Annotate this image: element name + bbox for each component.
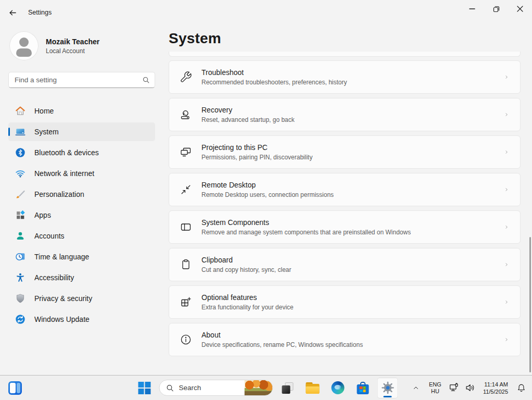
taskbar-search[interactable]: Search xyxy=(159,380,273,396)
task-view-button[interactable] xyxy=(277,378,298,398)
card-recovery[interactable]: Recovery Reset, advanced startup, go bac… xyxy=(169,98,521,131)
card-description: Remove and manage system components that… xyxy=(201,229,504,236)
restore-button[interactable] xyxy=(484,0,508,18)
sidebar-item-network-internet[interactable]: Network & internet xyxy=(8,164,155,183)
window-title: Settings xyxy=(28,9,52,16)
sidebar-item-label: Home xyxy=(34,107,54,115)
chevron-up-icon xyxy=(412,384,420,392)
settings-card-list: Troubleshoot Recommended troubleshooters… xyxy=(169,52,521,360)
back-button[interactable] xyxy=(4,5,21,20)
sidebar: Mozaik Teacher Local Account Home System xyxy=(0,25,163,375)
card-troubleshoot[interactable]: Troubleshoot Recommended troubleshooters… xyxy=(169,60,521,94)
find-setting-input[interactable] xyxy=(8,72,155,88)
language-line2: HU xyxy=(431,388,439,394)
card-projecting[interactable]: Projecting to this PC Permissions, pairi… xyxy=(169,135,521,169)
search-icon xyxy=(142,76,150,84)
chevron-right-icon xyxy=(504,298,512,306)
clipboard-icon xyxy=(180,258,192,271)
sidebar-item-apps[interactable]: Apps xyxy=(8,206,155,224)
card-title: About xyxy=(201,331,504,339)
system-tray: ENG HU 11:14 AM 11/5/2025 xyxy=(409,376,529,400)
sidebar-item-label: Bluetooth & devices xyxy=(34,148,99,157)
partial-card-above[interactable] xyxy=(169,52,521,57)
profile-account-type: Local Account xyxy=(46,47,99,55)
clock-icon xyxy=(15,251,26,262)
sidebar-item-label: Windows Update xyxy=(34,315,90,323)
clock-tray-button[interactable]: 11:14 AM 11/5/2025 xyxy=(479,378,512,398)
sidebar-item-bluetooth-devices[interactable]: Bluetooth & devices xyxy=(8,143,155,162)
sidebar-nav: Home System Bluetooth & devices Network … xyxy=(8,102,155,329)
chevron-right-icon xyxy=(504,148,512,156)
brush-icon xyxy=(15,189,26,200)
sidebar-item-label: Time & language xyxy=(34,253,89,261)
update-icon xyxy=(15,314,26,325)
tray-time: 11:14 AM xyxy=(484,381,508,388)
taskbar: Search xyxy=(0,375,532,400)
bell-icon xyxy=(516,383,526,393)
sidebar-item-home[interactable]: Home xyxy=(8,102,155,120)
chevron-right-icon xyxy=(504,261,512,268)
card-description: Extra functionality for your device xyxy=(201,304,504,311)
profile-card[interactable]: Mozaik Teacher Local Account xyxy=(9,31,155,60)
sidebar-item-label: Accessibility xyxy=(34,273,74,282)
windows-logo-icon xyxy=(138,382,151,394)
card-title: System Components xyxy=(201,218,504,227)
settings-app-button[interactable] xyxy=(377,378,398,398)
store-icon xyxy=(357,384,369,394)
tray-date: 11/5/2025 xyxy=(483,389,508,395)
volume-tray-button[interactable] xyxy=(463,378,477,398)
card-title: Troubleshoot xyxy=(201,68,504,77)
tray-overflow-button[interactable] xyxy=(409,378,423,398)
sidebar-item-privacy-security[interactable]: Privacy & security xyxy=(8,289,155,308)
search-highlight-image xyxy=(245,380,273,395)
start-button[interactable] xyxy=(134,378,155,398)
vertical-scrollbar[interactable] xyxy=(529,237,531,372)
sidebar-item-personalization[interactable]: Personalization xyxy=(8,185,155,204)
sidebar-item-label: System xyxy=(34,128,59,136)
card-clipboard[interactable]: Clipboard Cut and copy history, sync, cl… xyxy=(169,248,521,281)
card-title: Remote Desktop xyxy=(201,181,504,189)
card-optional-features[interactable]: Optional features Extra functionality fo… xyxy=(169,285,521,319)
network-tray-button[interactable] xyxy=(447,378,461,398)
wrench-icon xyxy=(180,71,192,83)
taskbar-center: Search xyxy=(134,376,398,400)
window-controls xyxy=(460,0,532,18)
file-explorer-button[interactable] xyxy=(302,378,323,398)
store-button[interactable] xyxy=(352,378,373,398)
person-icon xyxy=(15,230,26,242)
back-arrow-icon xyxy=(8,8,17,17)
edge-icon xyxy=(331,381,344,394)
task-view-icon xyxy=(282,382,294,394)
shield-icon xyxy=(15,293,26,304)
remote-desktop-icon xyxy=(180,183,192,196)
card-description: Recommended troubleshooters, preferences… xyxy=(201,79,504,86)
sidebar-item-accounts[interactable]: Accounts xyxy=(8,227,155,245)
language-indicator[interactable]: ENG HU xyxy=(425,378,445,398)
system-icon xyxy=(15,126,26,138)
card-title: Projecting to this PC xyxy=(201,143,504,152)
notifications-button[interactable] xyxy=(514,378,529,398)
widgets-button[interactable] xyxy=(5,378,25,398)
gear-icon xyxy=(381,381,395,395)
page-title: System xyxy=(169,30,221,47)
card-remote-desktop[interactable]: Remote Desktop Remote Desktop users, con… xyxy=(169,173,521,206)
sidebar-item-time-language[interactable]: Time & language xyxy=(8,247,155,266)
sidebar-item-windows-update[interactable]: Windows Update xyxy=(8,310,155,329)
sidebar-item-system[interactable]: System xyxy=(8,122,155,141)
card-description: Cut and copy history, sync, clear xyxy=(201,266,504,273)
wifi-icon xyxy=(15,168,26,179)
find-setting-box xyxy=(8,72,155,88)
card-about[interactable]: About Device specifications, rename PC, … xyxy=(169,323,521,356)
edge-button[interactable] xyxy=(327,378,348,398)
close-icon xyxy=(517,6,523,12)
recovery-icon xyxy=(180,108,192,121)
taskbar-search-label: Search xyxy=(179,384,201,392)
minimize-button[interactable] xyxy=(460,0,484,18)
close-button[interactable] xyxy=(508,0,532,18)
card-description: Reset, advanced startup, go back xyxy=(201,116,504,123)
chevron-right-icon xyxy=(504,111,512,118)
sidebar-item-label: Accounts xyxy=(34,232,65,240)
card-system-components[interactable]: System Components Remove and manage syst… xyxy=(169,210,521,244)
sidebar-item-label: Network & internet xyxy=(34,169,94,178)
sidebar-item-accessibility[interactable]: Accessibility xyxy=(8,268,155,287)
